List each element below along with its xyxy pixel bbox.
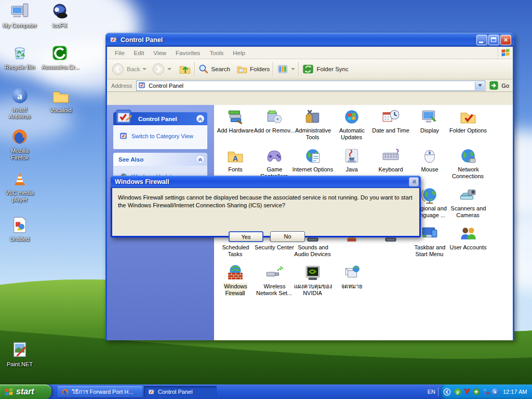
cpl-item-display[interactable]: Display	[410, 108, 449, 134]
address-combo[interactable]: Control Panel	[136, 81, 485, 91]
cpl-item-administrative-tools[interactable]: Administrative Tools	[294, 108, 332, 141]
desktop-icon-recycle-bin[interactable]: Recycle Bin	[0, 44, 39, 71]
cpl-item-keyboard[interactable]: Keyboard	[371, 147, 410, 173]
dialog-close-button-disabled: ×	[409, 177, 419, 187]
desktop-icon-label: avast! Antivirus	[2, 107, 38, 120]
cpl-item-date-and-time[interactable]: Date and Time	[371, 108, 410, 134]
cpl-item-label: จดหมาย	[330, 283, 374, 290]
red-v-icon[interactable]	[463, 388, 471, 396]
untitled-doc-icon	[10, 216, 29, 234]
window-titlebar[interactable]: Control Panel ×	[105, 33, 514, 47]
go-label: Go	[501, 83, 509, 89]
cpl-item-mouse[interactable]: Mouse	[410, 147, 449, 173]
cpl-item-add-hardware[interactable]: Add Hardware	[216, 108, 255, 134]
start-button[interactable]: start	[0, 384, 51, 399]
cpl-item-label	[330, 244, 374, 251]
views-dropdown-icon[interactable]	[291, 68, 295, 70]
cpl-item-network-connections[interactable]: Network Connections	[449, 147, 487, 180]
cpl-item-add-or-remov[interactable]: Add or Remov...	[255, 108, 294, 134]
mouse-icon	[421, 147, 438, 165]
maximize-button[interactable]	[488, 35, 499, 45]
taskbar-button-control-panel[interactable]: Control Panel	[144, 386, 217, 397]
cpl-item-label: Windows Firewall	[214, 283, 257, 297]
forward-dropdown-icon[interactable]	[167, 68, 171, 70]
cpl-item-fonts[interactable]: AFonts	[216, 147, 255, 173]
cpl-item-automatic-updates[interactable]: Automatic Updates	[332, 108, 371, 141]
cpl-item-label: Add Hardware	[214, 127, 257, 134]
desktop-icon-avast-antivirus[interactable]: aavast! Antivirus	[0, 86, 39, 120]
keyboard-icon	[382, 147, 400, 165]
menu-tools[interactable]: Tools	[205, 50, 228, 56]
desktop-icon-my-computer[interactable]: My Computer	[0, 2, 39, 29]
up-button[interactable]	[179, 63, 191, 75]
cpl-item-wireless-network-set[interactable]: Wireless Network Set...	[255, 264, 294, 297]
back-dropdown-icon[interactable]	[142, 68, 147, 70]
menu-file[interactable]: File	[110, 50, 129, 56]
taskbar-button-forward-port-h[interactable]: วิธีการ Forward Port H...	[58, 386, 142, 397]
taskbar-clock[interactable]: 12:17 AM	[503, 389, 527, 395]
close-button[interactable]: ×	[500, 35, 511, 45]
gamepad-icon	[265, 147, 283, 165]
switch-category-view-link[interactable]: Switch to Category View	[119, 132, 204, 140]
menu-view[interactable]: View	[149, 50, 171, 56]
cpl-item-label: Internet Options	[291, 166, 335, 173]
cpl-item-game-controllers[interactable]: Game Controllers	[255, 147, 294, 180]
dialog-title: Windows Firewall	[115, 178, 169, 185]
nvidia-icon	[304, 264, 322, 282]
address-value: Control Panel	[149, 83, 183, 89]
collapse-chevron-icon[interactable]	[195, 154, 205, 164]
forward-button[interactable]	[152, 62, 165, 76]
auto-updates-icon	[343, 108, 361, 126]
cpl-item-item[interactable]: จดหมาย	[332, 264, 371, 290]
folder-sync-button[interactable]	[302, 63, 314, 75]
no-button[interactable]: No	[270, 231, 305, 242]
idm-icon[interactable]	[472, 388, 481, 396]
desktop-icon-untitled[interactable]: Untitled	[0, 216, 39, 243]
cpl-item-nvidia[interactable]: แผงควบคุมของ NVIDIA	[294, 264, 332, 297]
desktop-icon-paint-net[interactable]: Paint.NET	[0, 341, 39, 368]
system-tray: µa 12:17 AM	[441, 384, 532, 399]
yes-button[interactable]: Yes	[229, 231, 263, 242]
cpl-item-internet-options[interactable]: Internet Options	[294, 147, 332, 173]
cpl-item-java[interactable]: Java	[332, 147, 371, 173]
avast-ball-icon[interactable]: a	[491, 388, 499, 396]
minimize-button[interactable]	[476, 35, 487, 45]
add-remove-icon	[265, 108, 283, 126]
start-label: start	[16, 387, 34, 396]
paintnet-icon	[10, 341, 29, 360]
internet-options-icon	[304, 147, 322, 165]
cpl-item-user-accounts[interactable]: User Accounts	[449, 225, 487, 251]
menu-help[interactable]: Help	[228, 50, 250, 56]
control-panel-pane: Control Panel Switch to Category View	[113, 112, 207, 149]
cpl-item-scanners-and-cameras[interactable]: Scanners and Cameras	[449, 186, 487, 219]
language-indicator[interactable]: EN	[428, 384, 435, 399]
cpl-item-label: Display	[408, 127, 451, 134]
desktop-icon-label: Paint.NET	[2, 361, 38, 368]
go-icon[interactable]	[489, 81, 499, 90]
desktop-icon-vocaloid[interactable]: Vocaloid	[41, 87, 81, 114]
my-computer-icon	[10, 2, 29, 21]
views-button[interactable]	[276, 63, 289, 75]
menu-favorites[interactable]: Favorites	[171, 50, 205, 56]
utorrent-icon[interactable]: µ	[454, 388, 462, 396]
cpl-item-folder-options[interactable]: Folder Options	[449, 108, 487, 134]
taskbar: start วิธีการ Forward Port H...Control P…	[0, 384, 532, 399]
desktop-icon-assassins-cr[interactable]: Assassins.Cr...	[40, 44, 79, 71]
collapse-chevron-icon[interactable]	[195, 114, 205, 124]
window-title: Control Panel	[121, 36, 163, 44]
dialog-titlebar[interactable]: Windows Firewall ×	[111, 176, 421, 188]
desktop-icon-vlc-media-player[interactable]: VLC media player	[0, 169, 39, 203]
address-dropdown-button[interactable]	[475, 82, 484, 90]
fonts-icon: A	[227, 147, 244, 165]
see-also-title: See Also	[118, 156, 143, 163]
menu-edit[interactable]: Edit	[129, 50, 149, 56]
folders-button[interactable]	[236, 63, 248, 75]
search-button[interactable]	[198, 63, 209, 75]
cpl-item-windows-firewall[interactable]: Windows Firewall	[216, 264, 255, 297]
back-button[interactable]	[111, 62, 125, 76]
msn-x-icon[interactable]	[482, 388, 490, 396]
desktop-icon-icofx[interactable]: IcoFX	[40, 2, 79, 29]
tray-chevron-icon[interactable]	[443, 388, 451, 396]
desktop-icon-mozilla-firefox[interactable]: Mozilla Firefox	[0, 127, 39, 161]
cp-icon-icon	[148, 388, 155, 396]
